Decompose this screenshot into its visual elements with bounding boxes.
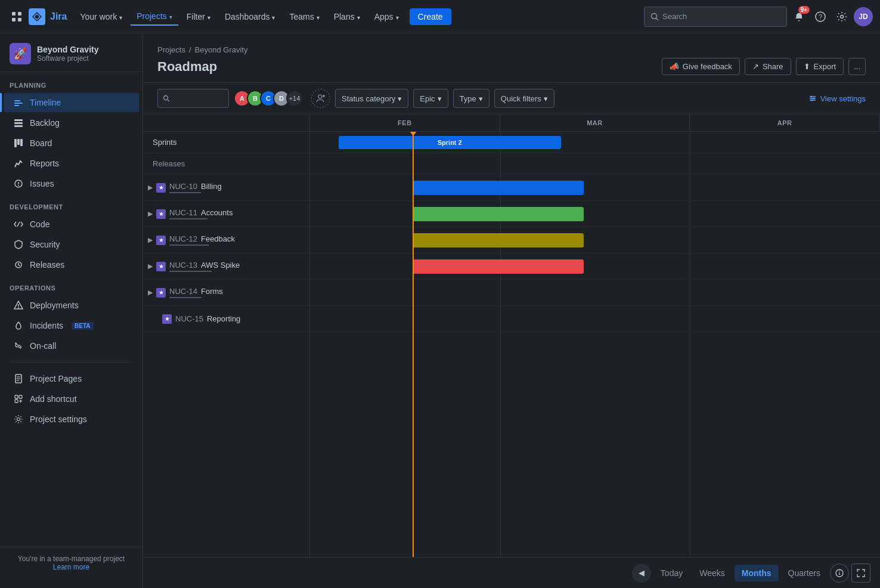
sidebar-label-code: Code [30,219,49,229]
info-icon [835,569,844,577]
create-button[interactable]: Create [410,8,451,25]
expand-icon[interactable]: ▶ [148,262,153,270]
teams-nav[interactable]: Teams [283,8,325,25]
share-button[interactable]: ↗ Share [745,58,791,75]
your-work-nav[interactable]: Your work [74,8,128,25]
apps-nav[interactable]: Apps [368,8,405,25]
sidebar-item-timeline[interactable]: Timeline [4,93,139,112]
sidebar-item-backlog[interactable]: Backlog [4,113,139,132]
sidebar-item-reports[interactable]: Reports [4,154,139,173]
gantt-area: FEB MAR APR Sprints Releases [143,114,880,588]
svg-line-21 [17,222,20,227]
gantt-months: FEB MAR APR [310,114,880,131]
gantt-rows-container: Sprint 2 [310,132,880,557]
add-assignee-button[interactable] [311,89,330,108]
plans-nav[interactable]: Plans [328,8,366,25]
sidebar-divider [10,362,133,363]
learn-more-link[interactable]: Learn more [53,563,89,571]
sidebar-label-board: Board [30,138,52,148]
expand-icon[interactable]: ▶ [148,289,153,296]
sprints-row: Sprint 2 [310,132,880,153]
search-bar[interactable]: Search [644,7,787,27]
oncall-icon [13,341,24,351]
project-icon: 🚀 [10,43,31,64]
settings-button[interactable] [832,7,851,26]
svg-rect-32 [15,400,18,403]
sidebar-footer: You're in a team-managed project Learn m… [0,547,142,578]
epic-filter[interactable]: Epic ▾ [413,89,448,108]
sidebar-item-releases[interactable]: Releases [4,255,139,274]
table-row[interactable]: ▶ ★ NUC-14 Forms [143,280,309,306]
shortcut-icon [13,394,24,404]
fullscreen-button[interactable] [851,564,870,583]
export-button[interactable]: ⬆ Export [796,58,844,75]
sidebar-item-code[interactable]: Code [4,215,139,234]
share-icon: ↗ [752,62,759,71]
svg-rect-16 [17,139,20,145]
planning-section-label: PLANNING [0,72,142,92]
gantt-search[interactable] [157,89,229,108]
expand-icon[interactable]: ▶ [148,184,153,191]
months-button[interactable]: Months [735,565,779,581]
svg-rect-14 [14,125,23,127]
info-button[interactable] [830,564,849,583]
expand-icon[interactable]: ▶ [148,236,153,244]
sidebar-item-oncall[interactable]: On-call [4,336,139,355]
row-underline [169,218,207,219]
jira-logo: Jira [29,8,67,25]
table-row[interactable]: ▶ ★ NUC-11 Accounts [143,201,309,227]
filter-nav[interactable]: Filter [181,8,216,25]
sidebar-item-add-shortcut[interactable]: Add shortcut [4,389,139,408]
quarters-button[interactable]: Quarters [781,565,828,581]
expand-icon[interactable]: ▶ [148,210,153,218]
weeks-button[interactable]: Weeks [692,565,732,581]
avatar-count: +14 [286,90,303,107]
give-feedback-button[interactable]: 📣 Give feedback [662,58,740,75]
svg-rect-17 [20,139,23,146]
sidebar-label-releases: Releases [30,260,64,270]
notifications-button[interactable]: 9+ [789,7,808,26]
sliders-icon [808,94,817,103]
type-filter[interactable]: Type ▾ [453,89,489,108]
table-row[interactable]: ▶ ★ NUC-10 Billing [143,175,309,201]
status-category-filter[interactable]: Status category ▾ [335,89,408,108]
dashboards-nav[interactable]: Dashboards [219,8,281,25]
gantt-row-nuc12 [310,227,880,253]
bottom-bar: ◀ Today Weeks Months Quarters [143,557,880,588]
task-bar-nuc10[interactable] [413,181,584,195]
sidebar-item-deployments[interactable]: Deployments [4,296,139,315]
task-bar-nuc12[interactable] [413,233,584,247]
svg-line-5 [656,18,659,20]
gantt-row-nuc15 [310,306,880,332]
svg-point-36 [164,96,168,100]
toolbar: A B C D +14 Status category ▾ Epic ▾ Typ… [143,83,880,114]
today-button[interactable]: Today [653,565,690,581]
sidebar-label-reports: Reports [30,159,59,168]
projects-nav[interactable]: Projects [131,8,178,26]
table-row[interactable]: ▶ ★ NUC-13 AWS Spike [143,253,309,280]
table-row[interactable]: ▶ ★ NUC-12 Feedback [143,227,309,253]
sidebar-item-issues[interactable]: Issues [4,174,139,193]
sidebar-item-project-pages[interactable]: Project Pages [4,369,139,388]
view-settings-button[interactable]: View settings [808,94,866,103]
help-button[interactable]: ? [811,7,830,26]
breadcrumb-projects[interactable]: Projects [157,45,185,54]
svg-rect-12 [14,119,23,121]
table-row[interactable]: ★ NUC-15 Reporting [143,306,309,332]
sidebar-item-board[interactable]: Board [4,134,139,153]
more-actions-button[interactable]: ... [848,58,866,75]
sidebar-item-security[interactable]: Security [4,235,139,254]
svg-rect-30 [15,395,18,398]
top-navigation: Jira Your work Projects Filter Dashboard… [0,0,880,33]
task-bar-nuc13[interactable] [413,259,584,274]
gantt-month-apr: APR [690,114,880,131]
task-icon-nuc14: ★ [156,288,166,298]
sidebar-item-incidents[interactable]: Incidents BETA [4,316,139,335]
grid-menu-button[interactable] [7,7,26,26]
user-avatar[interactable]: JD [854,7,873,26]
sidebar-item-project-settings[interactable]: Project settings [4,410,139,429]
breadcrumb-project[interactable]: Beyond Gravity [195,45,248,54]
timeline-nav-back[interactable]: ◀ [632,564,651,583]
quick-filters[interactable]: Quick filters ▾ [494,89,554,108]
task-bar-nuc11[interactable] [413,207,584,221]
